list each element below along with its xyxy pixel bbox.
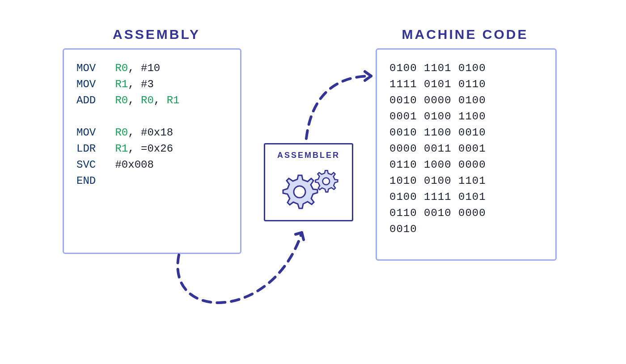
assembly-box: MOV R0, #10 MOV R1, #3 ADD R0, R0, R1 MO… [63, 48, 241, 254]
svg-point-1 [323, 178, 330, 185]
diagram-stage: ASSEMBLY MACHINE CODE MOV R0, #10 MOV R1… [63, 27, 563, 340]
assembler-label: ASSEMBLER [265, 144, 352, 160]
assembly-title: ASSEMBLY [98, 27, 215, 42]
assembly-code: MOV R0, #10 MOV R1, #3 ADD R0, R0, R1 MO… [64, 50, 240, 200]
svg-point-0 [294, 186, 305, 198]
gears-icon [265, 160, 352, 214]
machine-code-text: 0100 1101 0100 1111 0101 0110 0010 0000 … [377, 50, 555, 248]
arrow-assembler-to-machine [306, 76, 371, 139]
assembler-box: ASSEMBLER [264, 143, 353, 221]
machine-code-title: MACHINE CODE [385, 27, 546, 42]
machine-code-box: 0100 1101 0100 1111 0101 0110 0010 0000 … [376, 48, 557, 261]
